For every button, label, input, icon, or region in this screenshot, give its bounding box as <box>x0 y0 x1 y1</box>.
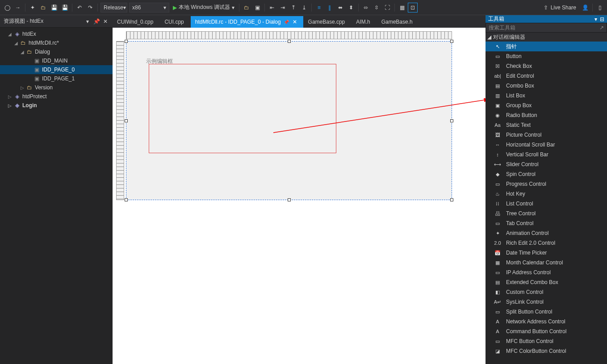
tree-login[interactable]: ▷◈Login <box>0 101 113 110</box>
toolbox-item-syslink-control[interactable]: A↵SysLink Control <box>486 297 607 307</box>
size-h-icon[interactable]: ⇳ <box>372 3 381 13</box>
resize-handle[interactable] <box>125 119 128 122</box>
toolbox-item-picture-control[interactable]: 🖼Picture Control <box>486 130 607 140</box>
toolbox-item-label: Command Button Control <box>506 328 566 335</box>
toolbox-item-slider-control[interactable]: ⟷Slider Control <box>486 159 607 169</box>
toolbox-item-vertical-scroll-bar[interactable]: ↕Vertical Scroll Bar <box>486 150 607 159</box>
redo-icon[interactable]: ↷ <box>85 3 95 13</box>
toolbox-item-tree-control[interactable]: 品Tree Control <box>486 209 607 218</box>
toolbox-item-custom-control[interactable]: ◧Custom Control <box>486 287 607 297</box>
resize-handle[interactable] <box>450 119 453 122</box>
align-top-icon[interactable]: ⤒ <box>289 3 298 13</box>
size-icon[interactable]: ⛶ <box>382 3 392 13</box>
toolbox-item-static-text[interactable]: AaStatic Text <box>486 120 607 130</box>
undo-icon[interactable]: ↶ <box>75 3 84 13</box>
pin-icon[interactable]: ⊟ <box>600 16 604 22</box>
search-clear-icon[interactable]: ↗ <box>599 25 604 31</box>
dropdown-icon[interactable]: ▾ <box>84 18 91 25</box>
resize-handle[interactable] <box>288 198 291 201</box>
tree-rc-file[interactable]: ◢🗀htdMfcDll.rc* <box>0 38 113 47</box>
tree-htdprotect[interactable]: ▷◈htdProtect <box>0 92 113 101</box>
size-w-icon[interactable]: ⬄ <box>361 3 371 13</box>
dialog-canvas[interactable]: 示例编辑框 <box>126 41 452 200</box>
toolbox-item-icon: ☒ <box>494 63 502 70</box>
toolbox-item-list-control[interactable]: ⁞⁞List Control <box>486 199 607 209</box>
saveall-icon[interactable]: 💾 <box>60 3 70 13</box>
tree-idd-main[interactable]: ▣IDD_MAIN <box>0 56 113 65</box>
toolbox-item-mfc-button-control[interactable]: ▭MFC Button Control <box>486 336 607 346</box>
toolbox-item-tab-control[interactable]: ▭Tab Control <box>486 218 607 228</box>
tb-icon-1[interactable]: 🗀 <box>242 3 251 13</box>
toolbox-item-button[interactable]: ▭Button <box>486 51 607 61</box>
toolbox-item-radio-button[interactable]: ◉Radio Button <box>486 110 607 120</box>
toolbox-item-group-box[interactable]: ▣Group Box <box>486 100 607 110</box>
tree-idd-page0[interactable]: ▣IDD_PAGE_0 <box>0 65 113 74</box>
tab-dialog-editor[interactable]: htdMfcDll.rc - IDD_PAGE_0 - Dialog📌✕ <box>191 16 303 28</box>
dialog-designer[interactable]: 示例编辑框 <box>113 28 486 364</box>
toolbox-item-progress-control[interactable]: ▭Progress Control <box>486 179 607 189</box>
center-h-icon[interactable]: ≡ <box>314 3 324 13</box>
live-share-button[interactable]: ⇪ Live Share <box>540 4 580 11</box>
close-icon[interactable]: ✕ <box>102 18 109 25</box>
open-icon[interactable]: 🗀 <box>38 3 48 13</box>
resize-handle[interactable] <box>450 198 453 201</box>
toolbox-item-spin-control[interactable]: ◆Spin Control <box>486 169 607 179</box>
tab-cuiwnd0[interactable]: CUIWnd_0.cpp <box>113 16 159 28</box>
toolbox-item-hot-key[interactable]: ♨Hot Key <box>486 189 607 199</box>
toolbox-item-command-button-control[interactable]: ACommand Button Control <box>486 326 607 336</box>
tab-gamebase-cpp[interactable]: GameBase.cpp <box>304 16 352 28</box>
toolbox-item-network-address-control[interactable]: ANetwork Address Control <box>486 317 607 326</box>
toolbox-item-icon: ◉ <box>494 112 502 119</box>
center-v-icon[interactable]: ‖ <box>325 3 335 13</box>
toolbox-item-horizontal-scroll-bar[interactable]: ↔Horizontal Scroll Bar <box>486 140 607 150</box>
toolbox-item-edit-control[interactable]: ab|Edit Control <box>486 71 607 81</box>
tree-version-folder[interactable]: ▷🗀Version <box>0 83 113 92</box>
toolbox-item-ip-address-control[interactable]: ▭IP Address Control <box>486 268 607 277</box>
toolbox-item--[interactable]: ↖指针 <box>486 42 607 51</box>
toolbox-item-check-box[interactable]: ☒Check Box <box>486 61 607 71</box>
align-left-icon[interactable]: ⇤ <box>267 3 277 13</box>
toolbox-item-animation-control[interactable]: ✦Animation Control <box>486 228 607 238</box>
toolbox-item-date-time-picker[interactable]: 📅Date Time Picker <box>486 248 607 258</box>
toolbox-section-header[interactable]: ◢对话框编辑器 <box>486 33 607 42</box>
resize-handle[interactable] <box>125 40 128 43</box>
tree-solution[interactable]: ◢◈htdEx <box>0 29 113 38</box>
tab-aim-h[interactable]: AIM.h <box>352 16 376 28</box>
tab-cui[interactable]: CUI.cpp <box>160 16 190 28</box>
pin-icon[interactable]: 📌 <box>284 20 289 25</box>
close-tab-icon[interactable]: ✕ <box>293 19 297 25</box>
spacing-h-icon[interactable]: ⬌ <box>335 3 345 13</box>
resize-handle[interactable] <box>450 40 453 43</box>
tree-dialog-folder[interactable]: ◢🗀Dialog <box>0 47 113 56</box>
toolbox-item-month-calendar-control[interactable]: ▦Month Calendar Control <box>486 258 607 268</box>
align-bottom-icon[interactable]: ⤓ <box>299 3 309 13</box>
toolbox-item-list-box[interactable]: ▥List Box <box>486 91 607 100</box>
edit-control-instance[interactable] <box>149 64 336 153</box>
tab-gamebase-h[interactable]: GameBase.h <box>377 16 419 28</box>
guides-icon[interactable]: ⊡ <box>408 3 418 13</box>
toolbox-item-rich-edit-2-0-control[interactable]: 2.0Rich Edit 2.0 Control <box>486 238 607 248</box>
toolbox-item-mfc-colorbutton-control[interactable]: ◪MFC ColorButton Control <box>486 346 607 356</box>
grid-icon[interactable]: ▦ <box>397 3 407 13</box>
dropdown-icon[interactable]: ▾ <box>594 16 597 22</box>
platform-select[interactable]: x86▾ <box>129 3 169 13</box>
resize-handle[interactable] <box>288 40 291 43</box>
toolbox-item-combo-box[interactable]: ▤Combo Box <box>486 81 607 91</box>
tb-icon-2[interactable]: ▣ <box>252 3 262 13</box>
config-select[interactable]: Release▾ <box>100 3 127 13</box>
save-icon[interactable]: 💾 <box>49 3 59 13</box>
align-right-icon[interactable]: ⇥ <box>278 3 288 13</box>
nav-back-icon[interactable]: ◯ <box>2 3 12 13</box>
toolbox-search[interactable]: 搜索工具箱 ↗ <box>486 23 607 33</box>
tree-idd-page1[interactable]: ▣IDD_PAGE_1 <box>0 74 113 83</box>
start-debug-button[interactable]: ▶本地 Windows 调试器▾ <box>170 3 237 13</box>
manage-icon[interactable]: ▯ <box>595 3 605 13</box>
new-icon[interactable]: ✦ <box>28 3 38 13</box>
resize-handle[interactable] <box>125 198 128 201</box>
pin-icon[interactable]: 📌 <box>93 18 100 25</box>
toolbox-item-split-button-control[interactable]: ▭Split Button Control <box>486 307 607 317</box>
feedback-icon[interactable]: 👤 <box>580 3 590 13</box>
nav-fwd-icon[interactable]: → <box>13 3 23 13</box>
spacing-v-icon[interactable]: ⬍ <box>346 3 356 13</box>
toolbox-item-extended-combo-box[interactable]: ▤Extended Combo Box <box>486 277 607 287</box>
